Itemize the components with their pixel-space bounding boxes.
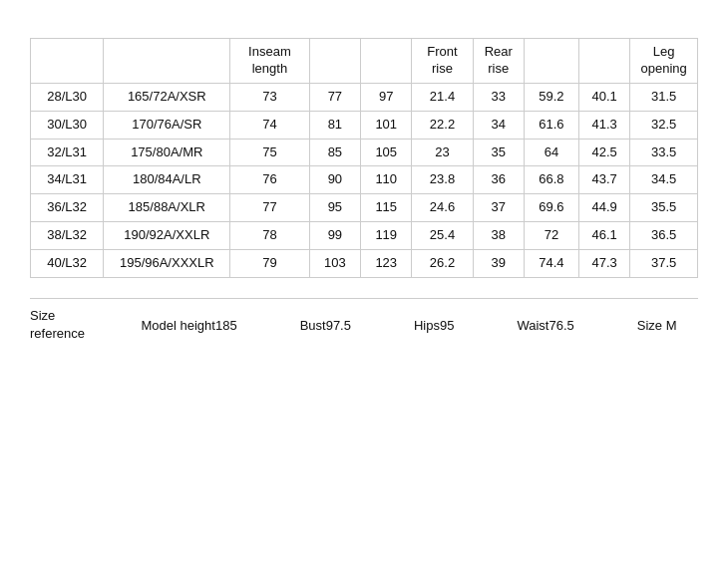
table-row: 40/L32195/96A/XXXLR7910312326.23974.447.… xyxy=(31,250,698,278)
header-rear: Rearrise xyxy=(473,39,524,84)
table-cell: 38/L32 xyxy=(31,222,104,250)
table-cell: 97 xyxy=(361,83,412,111)
reference-item: Model height185 xyxy=(142,318,237,333)
table-cell: 99 xyxy=(309,222,360,250)
table-cell: 59.2 xyxy=(524,83,578,111)
table-cell: 180/84A/LR xyxy=(104,166,230,194)
reference-items: Model height185Bust97.5Hips95Waist76.5Si… xyxy=(120,318,698,333)
table-cell: 115 xyxy=(361,194,412,222)
table-cell: 76 xyxy=(230,166,310,194)
reference-item: Bust97.5 xyxy=(300,318,351,333)
reference-item: Size M xyxy=(637,318,677,333)
table-cell: 47.3 xyxy=(578,250,629,278)
size-reference-row: Sizereference Model height185Bust97.5Hip… xyxy=(30,298,698,347)
table-cell: 170/76A/SR xyxy=(104,111,230,139)
reference-label: Sizereference xyxy=(30,307,120,343)
table-row: 28/L30165/72A/XSR73779721.43359.240.131.… xyxy=(31,83,698,111)
header-inseam: Inseamlength xyxy=(230,39,310,84)
table-cell: 78 xyxy=(230,222,310,250)
table-row: 34/L31180/84A/LR769011023.83666.843.734.… xyxy=(31,166,698,194)
table-cell: 64 xyxy=(524,139,578,166)
table-cell: 79 xyxy=(230,250,310,278)
table-cell: 26.2 xyxy=(412,250,473,278)
table-cell: 23.8 xyxy=(412,166,473,194)
table-cell: 46.1 xyxy=(578,222,629,250)
table-cell: 105 xyxy=(361,139,412,166)
table-cell: 24.6 xyxy=(412,194,473,222)
table-cell: 33 xyxy=(473,83,524,111)
header-size2 xyxy=(104,39,230,84)
header-leg: Legopening xyxy=(630,39,698,84)
table-cell: 101 xyxy=(361,111,412,139)
table-cell: 95 xyxy=(309,194,360,222)
table-cell: 37 xyxy=(473,194,524,222)
table-cell: 110 xyxy=(361,166,412,194)
table-cell: 123 xyxy=(361,250,412,278)
reference-item: Waist76.5 xyxy=(517,318,573,333)
table-cell: 36/L32 xyxy=(31,194,104,222)
table-cell: 103 xyxy=(309,250,360,278)
table-cell: 61.6 xyxy=(524,111,578,139)
table-cell: 34.5 xyxy=(630,166,698,194)
header-thigh xyxy=(524,39,578,84)
header-choose xyxy=(31,39,104,84)
table-cell: 35 xyxy=(473,139,524,166)
table-cell: 33.5 xyxy=(630,139,698,166)
table-cell: 28/L30 xyxy=(31,83,104,111)
table-cell: 32/L31 xyxy=(31,139,104,166)
table-cell: 37.5 xyxy=(630,250,698,278)
table-cell: 77 xyxy=(309,83,360,111)
reference-item: Hips95 xyxy=(414,318,454,333)
table-row: 30/L30170/76A/SR748110122.23461.641.332.… xyxy=(31,111,698,139)
table-cell: 185/88A/XLR xyxy=(104,194,230,222)
table-cell: 36 xyxy=(473,166,524,194)
table-cell: 75 xyxy=(230,139,310,166)
table-cell: 165/72A/XSR xyxy=(104,83,230,111)
table-cell: 40/L32 xyxy=(31,250,104,278)
header-front: Frontrise xyxy=(412,39,473,84)
table-cell: 36.5 xyxy=(630,222,698,250)
table-cell: 35.5 xyxy=(630,194,698,222)
table-cell: 74 xyxy=(230,111,310,139)
table-cell: 23 xyxy=(412,139,473,166)
table-cell: 175/80A/MR xyxy=(104,139,230,166)
table-cell: 32.5 xyxy=(630,111,698,139)
header-hips xyxy=(361,39,412,84)
table-cell: 77 xyxy=(230,194,310,222)
table-cell: 44.9 xyxy=(578,194,629,222)
table-cell: 38 xyxy=(473,222,524,250)
table-cell: 66.8 xyxy=(524,166,578,194)
table-cell: 34 xyxy=(473,111,524,139)
table-cell: 72 xyxy=(524,222,578,250)
table-cell: 22.2 xyxy=(412,111,473,139)
table-cell: 25.4 xyxy=(412,222,473,250)
table-cell: 85 xyxy=(309,139,360,166)
table-cell: 69.6 xyxy=(524,194,578,222)
table-cell: 190/92A/XXLR xyxy=(104,222,230,250)
table-cell: 40.1 xyxy=(578,83,629,111)
table-cell: 90 xyxy=(309,166,360,194)
table-cell: 73 xyxy=(230,83,310,111)
header-waist xyxy=(309,39,360,84)
table-cell: 195/96A/XXXLR xyxy=(104,250,230,278)
table-cell: 42.5 xyxy=(578,139,629,166)
header-knee xyxy=(578,39,629,84)
table-cell: 21.4 xyxy=(412,83,473,111)
table-cell: 41.3 xyxy=(578,111,629,139)
table-cell: 39 xyxy=(473,250,524,278)
table-cell: 30/L30 xyxy=(31,111,104,139)
size-table: Inseamlength Frontrise Rearrise Legopeni… xyxy=(30,38,698,278)
table-row: 32/L31175/80A/MR758510523356442.533.5 xyxy=(31,139,698,166)
table-row: 38/L32190/92A/XXLR789911925.4387246.136.… xyxy=(31,222,698,250)
table-cell: 74.4 xyxy=(524,250,578,278)
table-row: 36/L32185/88A/XLR779511524.63769.644.935… xyxy=(31,194,698,222)
table-cell: 119 xyxy=(361,222,412,250)
table-cell: 81 xyxy=(309,111,360,139)
table-cell: 34/L31 xyxy=(31,166,104,194)
table-cell: 43.7 xyxy=(578,166,629,194)
table-cell: 31.5 xyxy=(630,83,698,111)
